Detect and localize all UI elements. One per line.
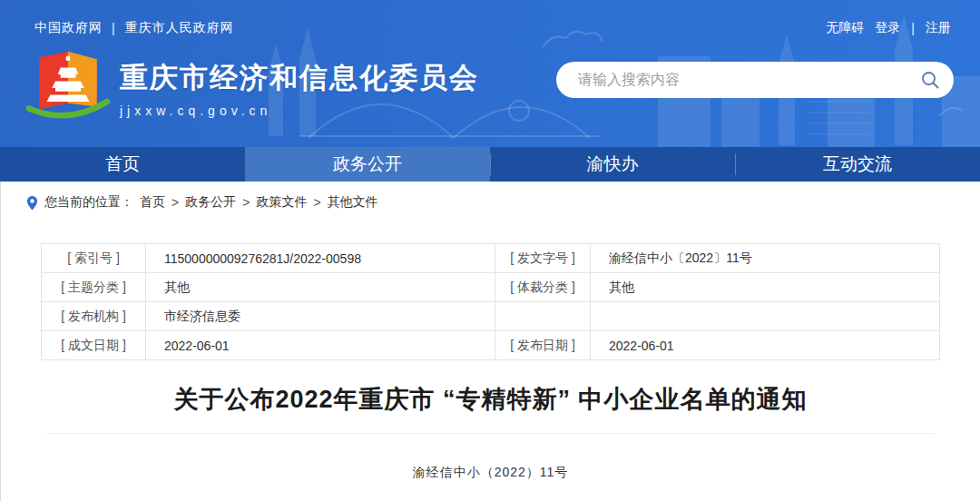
link-login[interactable]: 登录 [875, 20, 900, 36]
site-url: jjxxw.cq.gov.cn [120, 103, 479, 118]
meta-value-written-date: 2022-06-01 [146, 331, 495, 360]
meta-label-document-number: [ 发文字号 ] [495, 244, 591, 273]
meta-value-publish-date: 2022-06-01 [591, 331, 940, 360]
search-button[interactable] [906, 62, 954, 98]
table-row: [ 成文日期 ] 2022-06-01 [ 发布日期 ] 2022-06-01 [42, 331, 940, 360]
document-number: 渝经信中小（2022）11号 [1, 465, 980, 481]
meta-label-empty [495, 302, 591, 331]
search-bar [556, 62, 954, 98]
search-input[interactable] [556, 62, 906, 98]
meta-value-index-number: 11500000009276281J/2022-00598 [146, 244, 495, 273]
meta-label-genre-category: [ 体裁分类 ] [495, 273, 591, 302]
table-row: [ 主题分类 ] 其他 [ 体裁分类 ] 其他 [42, 273, 940, 302]
topbar-account-links: 无障碍 登录 | 注册 [826, 20, 951, 36]
topbar-government-links: 中国政府网 | 重庆市人民政府网 [34, 20, 234, 36]
breadcrumb-separator: > [172, 195, 179, 210]
link-china-gov[interactable]: 中国政府网 [34, 20, 103, 36]
meta-value-topic-category: 其他 [146, 273, 495, 302]
table-row: [ 发布机构 ] 市经济信息委 [42, 302, 940, 331]
nav-item-yukuaiban[interactable]: 渝快办 [490, 147, 735, 182]
table-row: [ 索引号 ] 11500000009276281J/2022-00598 [ … [42, 244, 940, 273]
meta-label-index-number: [ 索引号 ] [42, 244, 146, 273]
nav-item-government-affairs[interactable]: 政务公开 [245, 147, 490, 182]
link-accessibility[interactable]: 无障碍 [826, 20, 864, 36]
link-chongqing-gov[interactable]: 重庆市人民政府网 [125, 20, 234, 36]
meta-label-topic-category: [ 主题分类 ] [42, 273, 146, 302]
breadcrumb-separator: > [242, 195, 250, 210]
location-pin-icon [26, 195, 38, 211]
breadcrumb-separator: > [313, 195, 320, 210]
page-content: 您当前的位置： 首页 > 政务公开 > 政策文件 > 其他文件 [ 索引号 ] … [0, 182, 980, 501]
topbar-divider: | [112, 21, 116, 35]
nav-item-home[interactable]: 首页 [0, 147, 245, 182]
page-title: 关于公布2022年重庆市 “专精特新” 中小企业名单的通知 [1, 383, 980, 416]
breadcrumb: 您当前的位置： 首页 > 政务公开 > 政策文件 > 其他文件 [1, 182, 980, 211]
site-logo[interactable]: 重庆市经济和信息化委员会 jjxxw.cq.gov.cn [25, 49, 479, 127]
meta-value-empty [591, 302, 940, 331]
breadcrumb-prefix: 您当前的位置： [44, 194, 133, 211]
breadcrumb-item-home[interactable]: 首页 [140, 194, 165, 211]
meta-label-publishing-agency: [ 发布机构 ] [42, 302, 146, 331]
search-icon [920, 70, 940, 90]
breadcrumb-item-other-documents[interactable]: 其他文件 [328, 194, 378, 211]
meta-label-publish-date: [ 发布日期 ] [495, 331, 591, 360]
main-nav: 首页 政务公开 渝快办 互动交流 [0, 147, 980, 182]
meta-value-publishing-agency: 市经济信息委 [146, 302, 495, 331]
meta-value-document-number: 渝经信中小〔2022〕11号 [591, 244, 940, 273]
topbar-divider: | [911, 21, 915, 35]
title-divider [47, 433, 935, 434]
nav-item-interaction[interactable]: 互动交流 [735, 147, 980, 182]
meta-label-written-date: [ 成文日期 ] [42, 331, 146, 360]
site-logo-icon [25, 49, 111, 127]
site-identity: 重庆市经济和信息化委员会 jjxxw.cq.gov.cn [120, 59, 479, 118]
breadcrumb-item-policy-documents[interactable]: 政策文件 [256, 194, 307, 211]
breadcrumb-item-government-affairs[interactable]: 政务公开 [185, 194, 236, 211]
meta-value-genre-category: 其他 [591, 273, 940, 302]
site-banner: 中国政府网 | 重庆市人民政府网 无障碍 登录 | 注册 重庆市经济和信息化委员… [0, 0, 980, 147]
document-metadata-table: [ 索引号 ] 11500000009276281J/2022-00598 [ … [41, 243, 940, 360]
link-register[interactable]: 注册 [926, 20, 951, 36]
site-title: 重庆市经济和信息化委员会 [120, 59, 479, 97]
